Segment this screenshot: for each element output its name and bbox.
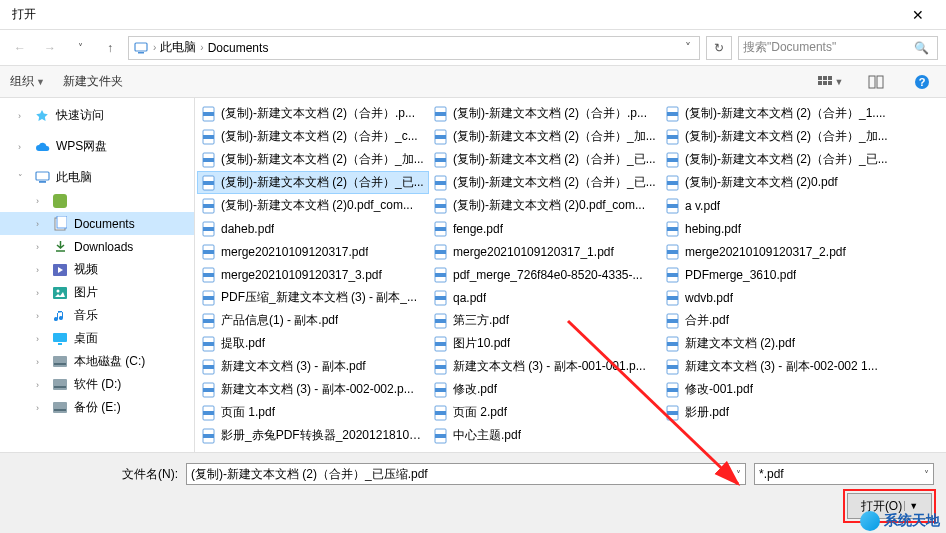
file-item[interactable]: (复制)-新建文本文档 (2)（合并）_加... bbox=[429, 125, 661, 148]
sidebar-pictures[interactable]: › 图片 bbox=[0, 281, 194, 304]
forward-button[interactable]: → bbox=[38, 36, 62, 60]
pdf-icon bbox=[201, 198, 217, 214]
sidebar-quickaccess[interactable]: › 快速访问 bbox=[0, 104, 194, 127]
file-item[interactable]: merge20210109120317.pdf bbox=[197, 240, 429, 263]
view-button[interactable]: ▼ bbox=[816, 71, 844, 93]
file-item[interactable]: (复制)-新建文本文档 (2)（合并）_加... bbox=[661, 125, 893, 148]
filename-input[interactable]: (复制)-新建文本文档 (2)（合并）_已压缩.pdf ˅ bbox=[186, 463, 746, 485]
file-name: 影册.pdf bbox=[685, 404, 729, 421]
address-dropdown[interactable]: ˅ bbox=[681, 41, 695, 55]
sidebar-app-item[interactable]: › bbox=[0, 189, 194, 212]
pdf-icon bbox=[201, 313, 217, 329]
sidebar-documents[interactable]: › Documents bbox=[0, 212, 194, 235]
sidebar-desktop[interactable]: › 桌面 bbox=[0, 327, 194, 350]
close-button[interactable]: ✕ bbox=[898, 7, 938, 23]
help-button[interactable]: ? bbox=[908, 71, 936, 93]
file-item[interactable]: 中心主题.pdf bbox=[429, 424, 661, 447]
file-item[interactable]: (复制)-新建文本文档 (2)（合并）_已... bbox=[661, 148, 893, 171]
file-item[interactable]: (复制)-新建文本文档 (2)（合并）_已... bbox=[429, 171, 661, 194]
file-item[interactable]: 新建文本文档 (3) - 副本-002-002.p... bbox=[197, 378, 429, 401]
file-item[interactable]: PDFmerge_3610.pdf bbox=[661, 263, 893, 286]
pdf-icon bbox=[433, 267, 449, 283]
pdf-icon bbox=[201, 405, 217, 421]
sidebar-thispc[interactable]: ˅ 此电脑 bbox=[0, 166, 194, 189]
file-item[interactable]: 新建文本文档 (3) - 副本-001-001.p... bbox=[429, 355, 661, 378]
svg-rect-9 bbox=[877, 76, 883, 88]
svg-rect-51 bbox=[203, 365, 214, 369]
sidebar-disk-c[interactable]: › 本地磁盘 (C:) bbox=[0, 350, 194, 373]
file-item[interactable]: (复制)-新建文本文档 (2)（合并）_已... bbox=[429, 148, 661, 171]
file-item[interactable]: 产品信息(1) - 副本.pdf bbox=[197, 309, 429, 332]
file-item[interactable]: PDF压缩_新建文本文档 (3) - 副本_... bbox=[197, 286, 429, 309]
path-documents[interactable]: Documents bbox=[208, 41, 269, 55]
file-item[interactable]: wdvb.pdf bbox=[661, 286, 893, 309]
svg-rect-41 bbox=[203, 250, 214, 254]
file-item[interactable]: 图片10.pdf bbox=[429, 332, 661, 355]
sidebar-disk-e[interactable]: › 备份 (E:) bbox=[0, 396, 194, 419]
search-box[interactable]: 搜索"Documents" 🔍 bbox=[738, 36, 938, 60]
file-item[interactable]: 影册.pdf bbox=[661, 401, 893, 424]
file-item[interactable]: (复制)-新建文本文档 (2)（合并）_1.... bbox=[661, 102, 893, 125]
file-item[interactable]: 新建文本文档 (3) - 副本.pdf bbox=[197, 355, 429, 378]
svg-rect-115 bbox=[667, 411, 678, 415]
up-button[interactable]: ↑ bbox=[98, 36, 122, 60]
file-item[interactable]: merge20210109120317_1.pdf bbox=[429, 240, 661, 263]
svg-text:?: ? bbox=[919, 76, 926, 88]
file-item[interactable]: 影册_赤兔PDF转换器_20201218102... bbox=[197, 424, 429, 447]
file-item[interactable]: (复制)-新建文本文档 (2)（合并）.p... bbox=[197, 102, 429, 125]
file-name: (复制)-新建文本文档 (2)（合并）.p... bbox=[221, 105, 415, 122]
file-item[interactable]: (复制)-新建文本文档 (2)（合并）_c... bbox=[197, 125, 429, 148]
file-item[interactable]: 修改.pdf bbox=[429, 378, 661, 401]
search-icon[interactable]: 🔍 bbox=[910, 41, 933, 55]
file-name: PDFmerge_3610.pdf bbox=[685, 268, 796, 282]
pdf-icon bbox=[665, 313, 681, 329]
svg-rect-63 bbox=[435, 158, 446, 162]
file-item[interactable]: (复制)-新建文本文档 (2)（合并）_已... bbox=[197, 171, 429, 194]
file-item[interactable]: (复制)-新建文本文档 (2)（合并）.p... bbox=[429, 102, 661, 125]
file-item[interactable]: qa.pdf bbox=[429, 286, 661, 309]
file-item[interactable]: (复制)-新建文本文档 (2)（合并）_加... bbox=[197, 148, 429, 171]
sidebar-downloads[interactable]: › Downloads bbox=[0, 235, 194, 258]
address-bar[interactable]: › 此电脑 › Documents ˅ bbox=[128, 36, 700, 60]
file-name: 页面 2.pdf bbox=[453, 404, 507, 421]
file-item[interactable]: a v.pdf bbox=[661, 194, 893, 217]
refresh-button[interactable]: ↻ bbox=[706, 36, 732, 60]
file-item[interactable]: 页面 2.pdf bbox=[429, 401, 661, 424]
sidebar-music[interactable]: › 音乐 bbox=[0, 304, 194, 327]
file-item[interactable]: pdf_merge_726f84e0-8520-4335-... bbox=[429, 263, 661, 286]
pdf-icon bbox=[665, 221, 681, 237]
pc-icon bbox=[133, 40, 149, 56]
sidebar-videos[interactable]: › 视频 bbox=[0, 258, 194, 281]
file-item[interactable]: (复制)-新建文本文档 (2)0.pdf_com... bbox=[197, 194, 429, 217]
recent-dropdown[interactable]: ˅ bbox=[68, 36, 92, 60]
organize-button[interactable]: 组织 ▼ bbox=[10, 73, 45, 90]
file-item[interactable]: (复制)-新建文本文档 (2)0.pdf bbox=[661, 171, 893, 194]
pdf-icon bbox=[665, 405, 681, 421]
file-list[interactable]: (复制)-新建文本文档 (2)（合并）.p...(复制)-新建文本文档 (2)（… bbox=[195, 98, 946, 458]
svg-rect-85 bbox=[435, 411, 446, 415]
path-thispc[interactable]: 此电脑 bbox=[160, 39, 196, 56]
file-name: wdvb.pdf bbox=[685, 291, 733, 305]
file-item[interactable]: 修改-001.pdf bbox=[661, 378, 893, 401]
file-item[interactable]: 提取.pdf bbox=[197, 332, 429, 355]
file-item[interactable]: daheb.pdf bbox=[197, 217, 429, 240]
file-item[interactable]: 页面 1.pdf bbox=[197, 401, 429, 424]
sidebar-disk-d[interactable]: › 软件 (D:) bbox=[0, 373, 194, 396]
back-button[interactable]: ← bbox=[8, 36, 32, 60]
file-item[interactable]: merge20210109120317_3.pdf bbox=[197, 263, 429, 286]
file-name: 影册_赤兔PDF转换器_20201218102... bbox=[221, 427, 425, 444]
svg-rect-23 bbox=[54, 363, 66, 365]
file-item[interactable]: 新建文本文档 (3) - 副本-002-002 1... bbox=[661, 355, 893, 378]
preview-button[interactable] bbox=[862, 71, 890, 93]
file-item[interactable]: 第三方.pdf bbox=[429, 309, 661, 332]
file-filter[interactable]: *.pdf ˅ bbox=[754, 463, 934, 485]
file-item[interactable]: 合并.pdf bbox=[661, 309, 893, 332]
file-item[interactable]: merge20210109120317_2.pdf bbox=[661, 240, 893, 263]
file-item[interactable]: 新建文本文档 (2).pdf bbox=[661, 332, 893, 355]
file-item[interactable]: hebing.pdf bbox=[661, 217, 893, 240]
file-item[interactable]: (复制)-新建文本文档 (2)0.pdf_com... bbox=[429, 194, 661, 217]
sidebar-wps[interactable]: › WPS网盘 bbox=[0, 135, 194, 158]
file-item[interactable]: fenge.pdf bbox=[429, 217, 661, 240]
file-name: (复制)-新建文本文档 (2)0.pdf_com... bbox=[221, 197, 413, 214]
newfolder-button[interactable]: 新建文件夹 bbox=[63, 73, 123, 90]
